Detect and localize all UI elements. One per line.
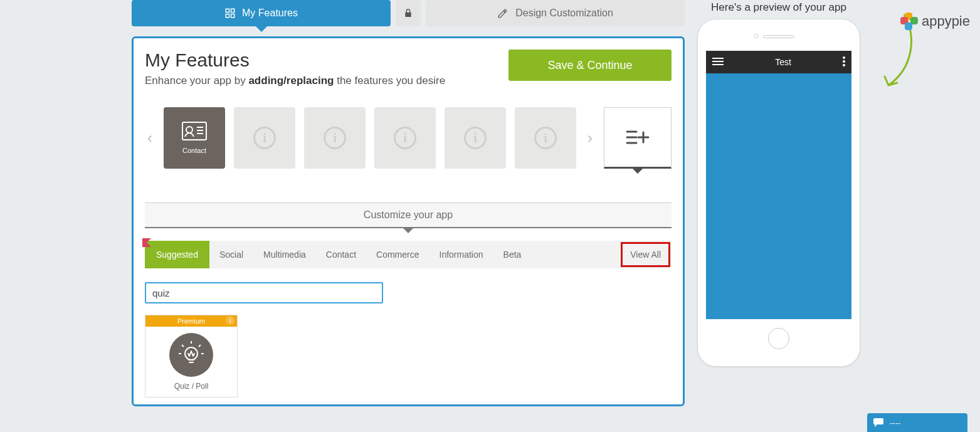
hamburger-icon[interactable]	[712, 57, 724, 68]
phone-camera-icon	[754, 34, 759, 38]
save-continue-button[interactable]: Save & Continue	[508, 50, 672, 81]
page-title: My Features	[145, 50, 445, 71]
chat-widget[interactable]: ----	[867, 413, 967, 432]
feature-card-label: Quiz / Poll	[174, 382, 209, 391]
chat-icon	[873, 418, 883, 427]
phone-home-button	[768, 328, 789, 349]
feature-slot-empty[interactable]: i	[515, 107, 576, 169]
info-icon: i	[226, 316, 234, 325]
grid-icon	[224, 8, 236, 19]
category-contact[interactable]: Contact	[316, 241, 366, 268]
feature-slot-empty[interactable]: i	[374, 107, 436, 169]
info-icon: i	[394, 127, 416, 149]
kebab-icon[interactable]	[843, 56, 845, 68]
feature-search-input[interactable]	[145, 282, 383, 303]
lock-icon	[403, 8, 413, 18]
feature-slot-empty[interactable]: i	[304, 107, 366, 169]
premium-badge: Premium	[177, 317, 205, 325]
contact-card-icon	[182, 122, 207, 140]
logo-icon	[900, 13, 918, 30]
category-suggested[interactable]: Suggested	[145, 241, 209, 268]
svg-point-14	[185, 347, 198, 360]
feature-slot-empty[interactable]: i	[445, 107, 506, 169]
svg-point-5	[186, 127, 192, 133]
svg-rect-3	[231, 14, 234, 18]
svg-rect-1	[231, 9, 234, 12]
list-plus-icon	[625, 129, 650, 146]
lightbulb-icon	[169, 333, 213, 377]
svg-rect-2	[226, 14, 229, 18]
category-social[interactable]: Social	[209, 241, 253, 268]
app-bar: Test	[706, 51, 851, 73]
app-title: Test	[775, 57, 791, 67]
info-icon: i	[464, 127, 487, 149]
svg-point-23	[843, 56, 845, 59]
info-icon: i	[253, 127, 276, 149]
tab-design-customization[interactable]: Design Customization	[426, 0, 685, 26]
category-information[interactable]: Information	[429, 241, 493, 268]
svg-point-24	[843, 60, 845, 63]
feature-slot-label: Contact	[182, 147, 206, 154]
category-bar: Suggested Social Multimedia Contact Comm…	[145, 241, 672, 268]
tab-my-features[interactable]: My Features	[132, 0, 391, 26]
phone-screen: Test	[706, 51, 851, 319]
tab-my-features-label: My Features	[242, 8, 298, 19]
edit-icon	[497, 8, 508, 19]
info-icon: i	[324, 127, 346, 149]
brand-logo: appypie	[900, 13, 970, 30]
feature-slot-contact[interactable]: Contact	[164, 107, 225, 169]
svg-rect-0	[226, 9, 229, 12]
preview-heading: Here's a preview of your app	[697, 1, 860, 14]
tab-lock[interactable]	[396, 0, 421, 26]
feature-card-quiz-poll[interactable]: Premium i Quiz / Poll	[145, 315, 238, 398]
info-icon: i	[534, 127, 557, 149]
category-multimedia[interactable]: Multimedia	[253, 241, 316, 268]
feature-slot-empty[interactable]: i	[234, 107, 295, 169]
phone-speaker-icon	[763, 35, 794, 38]
category-beta[interactable]: Beta	[493, 241, 532, 268]
add-feature-button[interactable]	[604, 107, 672, 169]
customize-strip: Customize your app	[145, 203, 672, 228]
svg-point-25	[843, 64, 845, 66]
category-view-all[interactable]: View All	[621, 242, 670, 267]
carousel-prev[interactable]: ‹	[145, 129, 155, 147]
phone-preview: Test	[697, 19, 860, 367]
page-subtitle: Enhance your app by adding/replacing the…	[145, 75, 445, 87]
carousel-next[interactable]: ›	[585, 129, 595, 147]
brand-name: appypie	[922, 13, 970, 29]
category-commerce[interactable]: Commerce	[366, 241, 429, 268]
chat-label: ----	[890, 418, 900, 428]
svg-line-16	[182, 345, 184, 347]
svg-line-17	[199, 345, 201, 347]
tab-design-label: Design Customization	[515, 8, 613, 19]
features-panel: My Features Enhance your app by adding/r…	[132, 36, 685, 406]
